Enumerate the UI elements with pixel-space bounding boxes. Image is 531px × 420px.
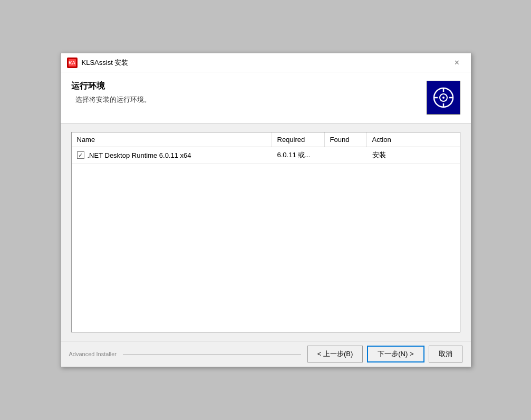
close-button[interactable]: × <box>450 55 465 70</box>
header-title: 运行环境 <box>71 81 427 92</box>
row-name-label: .NET Desktop Runtime 6.0.11 x64 <box>88 151 191 159</box>
row-checkbox[interactable]: ✓ <box>77 151 84 159</box>
header-logo <box>427 81 460 114</box>
disk-icon <box>432 86 455 109</box>
col-header-found: Found <box>325 132 367 147</box>
button-group: < 上一步(B) 下一步(N) > 取消 <box>307 346 462 362</box>
svg-point-2 <box>442 97 445 99</box>
back-button[interactable]: < 上一步(B) <box>307 346 363 362</box>
header-section: 运行环境 选择将安装的运行环境。 <box>61 72 471 123</box>
table-container: Name Required Found Action ✓ .NET Deskto… <box>71 132 460 332</box>
content-area: Name Required Found Action ✓ .NET Deskto… <box>61 123 471 341</box>
window-title: KLSAssist 安装 <box>82 58 129 68</box>
col-header-action: Action <box>367 132 420 147</box>
app-icon: KA <box>67 58 78 68</box>
footer-brand: Advanced Installer <box>69 351 117 357</box>
cell-action: 安装 <box>367 147 420 163</box>
cell-found <box>325 147 367 163</box>
next-button[interactable]: 下一步(N) > <box>367 346 424 362</box>
cancel-button[interactable]: 取消 <box>429 346 462 362</box>
footer-divider <box>123 354 301 355</box>
cell-required: 6.0.11 或... <box>272 147 325 163</box>
col-header-required: Required <box>272 132 325 147</box>
row-action-label: 安装 <box>372 150 386 160</box>
row-required-label: 6.0.11 或... <box>277 150 311 160</box>
header-subtitle: 选择将安装的运行环境。 <box>75 95 427 104</box>
installer-window: KA KLSAssist 安装 × 运行环境 选择将安装的运行环境。 <box>60 53 471 367</box>
footer-bar: Advanced Installer < 上一步(B) 下一步(N) > 取消 <box>61 341 471 367</box>
title-bar-left: KA KLSAssist 安装 <box>67 58 129 68</box>
table-header: Name Required Found Action <box>72 132 460 147</box>
col-header-name: Name <box>72 132 272 147</box>
title-bar: KA KLSAssist 安装 × <box>61 53 471 72</box>
cell-name: ✓ .NET Desktop Runtime 6.0.11 x64 <box>72 147 272 163</box>
table-row: ✓ .NET Desktop Runtime 6.0.11 x64 6.0.11… <box>72 147 460 164</box>
app-icon-inner: KA <box>69 59 76 66</box>
header-text: 运行环境 选择将安装的运行环境。 <box>71 81 427 104</box>
